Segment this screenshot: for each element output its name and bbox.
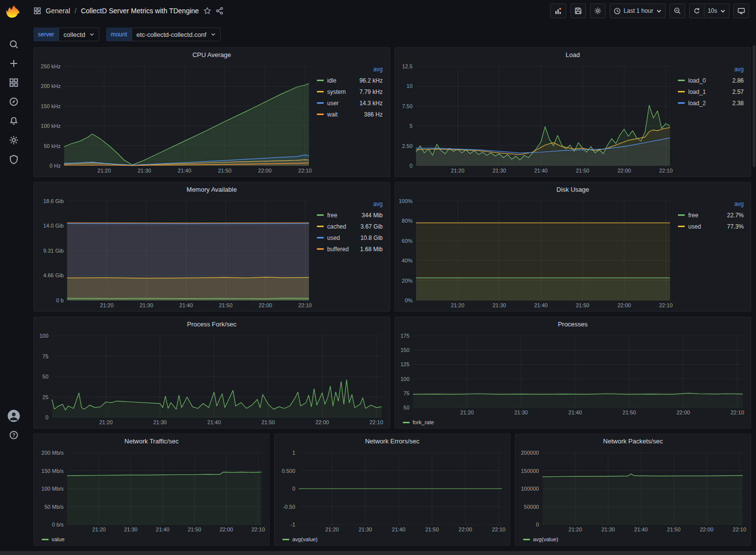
legend-item-load_2[interactable]: load_22.38 xyxy=(678,97,744,109)
panel-title-load[interactable]: Load xyxy=(395,48,751,61)
panel-title-network-packets[interactable]: Network Packets/sec xyxy=(515,434,751,448)
svg-text:21:30: 21:30 xyxy=(140,302,153,308)
refresh-interval-label: 10s xyxy=(708,7,717,14)
horizontal-scrollbar[interactable] xyxy=(0,551,756,555)
grafana-logo[interactable] xyxy=(6,4,22,20)
svg-text:60%: 60% xyxy=(402,238,413,244)
panel-title-disk-usage[interactable]: Disk Usage xyxy=(395,182,751,196)
legend-item-buffered[interactable]: buffered1.68 Mib xyxy=(317,243,383,255)
panel-title-cpu-average[interactable]: CPU Average xyxy=(34,48,390,61)
svg-text:21:50: 21:50 xyxy=(622,409,636,415)
panel-title-memory-available[interactable]: Memory Available xyxy=(34,182,390,196)
panel-title-processes[interactable]: Processes xyxy=(395,317,751,331)
refresh-button[interactable] xyxy=(689,3,704,18)
variable-mount-dropdown[interactable]: etc-collectd-collectd.conf xyxy=(132,28,221,41)
legend-item-free[interactable]: free344 Mib xyxy=(317,209,383,221)
legend-network-traffic: value xyxy=(36,534,267,544)
vertical-scrollbar[interactable] xyxy=(753,45,756,167)
dashboards-icon[interactable] xyxy=(4,73,24,92)
legend-item-system[interactable]: system7.79 kHz xyxy=(317,86,383,97)
chart-process-fork[interactable]: 025507510021:2021:3021:4021:5022:0022:10 xyxy=(36,331,388,427)
svg-text:0%: 0% xyxy=(405,297,413,303)
chart-memory-available[interactable]: 0 b4.66 Gib9.31 Gib14.0 Gib18.6 Gib21:20… xyxy=(36,196,315,310)
add-panel-button[interactable] xyxy=(550,3,566,18)
legend-item-value[interactable]: value xyxy=(42,536,64,542)
series-color-swatch xyxy=(678,226,685,227)
zoom-out-button[interactable] xyxy=(670,3,685,18)
svg-text:200000: 200000 xyxy=(521,450,539,456)
save-dashboard-button[interactable] xyxy=(570,3,586,18)
chart-processes[interactable]: 507510012515017521:2021:3021:4021:5022:0… xyxy=(397,331,749,417)
chevron-down-icon xyxy=(89,32,94,37)
legend-item-fork_rate[interactable]: fork_rate xyxy=(403,419,434,425)
legend-item-free[interactable]: free22.7% xyxy=(678,209,744,221)
legend-item-wait[interactable]: wait386 Hz xyxy=(317,109,383,120)
chart-disk-usage[interactable]: 0%20%40%60%80%100%21:2021:3021:4021:5022… xyxy=(397,196,676,310)
create-plus-icon[interactable] xyxy=(4,54,24,73)
chart-network-traffic[interactable]: 0 b/s50 Mb/s100 Mb/s150 Mb/s200 Mb/s21:2… xyxy=(36,448,267,534)
svg-text:22:00: 22:00 xyxy=(676,409,690,415)
chevron-down-icon xyxy=(211,32,216,37)
time-range-picker[interactable]: Last 1 hour xyxy=(610,3,666,18)
svg-text:22:00: 22:00 xyxy=(315,419,329,425)
svg-text:4.66 Gib: 4.66 Gib xyxy=(43,272,64,278)
alerting-bell-icon[interactable] xyxy=(4,111,24,130)
chart-network-errors[interactable]: -1-0.5000.500121:2021:3021:4021:5022:002… xyxy=(277,448,508,534)
series-color-swatch xyxy=(523,539,530,540)
legend-item-avg(value)[interactable]: avg(value) xyxy=(282,536,317,542)
svg-text:?: ? xyxy=(12,433,15,438)
panel-network-packets: Network Packets/sec 05000010000015000020… xyxy=(515,434,751,546)
svg-text:50000: 50000 xyxy=(524,504,539,510)
configuration-gear-icon[interactable] xyxy=(4,130,24,149)
svg-text:75: 75 xyxy=(42,353,48,359)
panel-title-network-errors[interactable]: Network Errors/sec xyxy=(275,434,510,448)
legend-item-idle[interactable]: idle96.2 kHz xyxy=(317,75,383,86)
explore-compass-icon[interactable] xyxy=(4,92,24,111)
legend-item-used[interactable]: used77.3% xyxy=(678,221,744,232)
legend-avg-header[interactable]: avg xyxy=(678,64,744,75)
legend-item-load_0[interactable]: load_02.86 xyxy=(678,75,744,86)
refresh-interval-dropdown[interactable]: 10s xyxy=(704,3,729,18)
svg-text:21:20: 21:20 xyxy=(100,302,114,308)
svg-text:21:20: 21:20 xyxy=(451,168,465,174)
legend-item-avg(value)[interactable]: avg(value) xyxy=(523,536,558,542)
svg-text:-1: -1 xyxy=(290,522,295,527)
svg-text:100000: 100000 xyxy=(521,486,539,492)
svg-text:150000: 150000 xyxy=(521,468,539,474)
dashboard-title[interactable]: CollectD Server Metrics with TDengine xyxy=(81,7,199,15)
svg-text:21:50: 21:50 xyxy=(188,526,201,532)
legend-processes: fork_rate xyxy=(397,417,749,427)
cycle-view-mode-button[interactable] xyxy=(733,3,749,18)
dashboard-settings-button[interactable] xyxy=(590,3,606,18)
series-color-swatch xyxy=(317,80,324,81)
search-icon[interactable] xyxy=(4,34,24,54)
svg-text:50: 50 xyxy=(42,374,48,380)
variable-server-dropdown[interactable]: collectd xyxy=(58,28,99,41)
svg-text:21:40: 21:40 xyxy=(534,168,548,174)
panel-title-network-traffic[interactable]: Network Traffic/sec xyxy=(34,434,269,448)
legend-item-user[interactable]: user14.3 kHz xyxy=(317,97,383,109)
server-admin-shield-icon[interactable] xyxy=(4,149,24,169)
legend-item-used[interactable]: used10.8 Gib xyxy=(317,232,383,243)
chart-network-packets[interactable]: 05000010000015000020000021:2021:3021:402… xyxy=(517,448,749,534)
share-icon[interactable] xyxy=(216,7,224,15)
help-icon[interactable]: ? xyxy=(4,425,24,444)
breadcrumb-folder[interactable]: General xyxy=(46,7,70,15)
svg-text:21:40: 21:40 xyxy=(634,526,648,532)
star-icon[interactable] xyxy=(203,7,211,15)
legend-item-cached[interactable]: cached3.67 Gib xyxy=(317,221,383,232)
user-avatar[interactable] xyxy=(4,406,24,425)
legend-avg-header[interactable]: avg xyxy=(317,64,383,75)
svg-text:2.50: 2.50 xyxy=(402,143,412,149)
svg-text:21:40: 21:40 xyxy=(156,526,169,532)
legend-avg-header[interactable]: avg xyxy=(317,199,383,209)
breadcrumb-separator: / xyxy=(75,7,77,15)
legend-avg-header[interactable]: avg xyxy=(678,199,744,209)
panel-title-process-fork[interactable]: Process Fork/sec xyxy=(34,317,390,331)
chart-load[interactable]: 02.5057.501012.521:2021:3021:4021:5022:0… xyxy=(397,61,676,175)
svg-text:21:40: 21:40 xyxy=(392,526,406,532)
legend-item-load_1[interactable]: load_12.57 xyxy=(678,86,744,97)
chart-cpu-average[interactable]: 0 Hz50 kHz100 kHz150 kHz200 kHz250 kHz21… xyxy=(36,61,315,175)
svg-text:80%: 80% xyxy=(402,218,413,224)
svg-text:100%: 100% xyxy=(399,198,413,204)
